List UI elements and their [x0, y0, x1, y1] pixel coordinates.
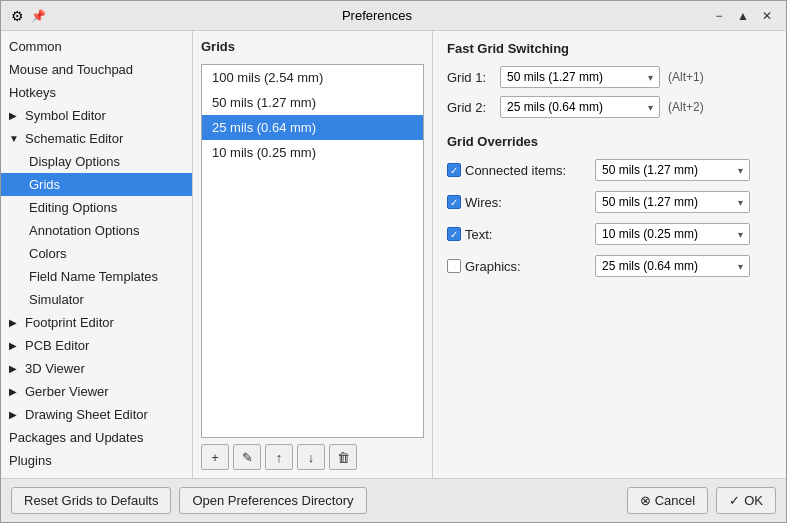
sidebar-label-symbol-editor: Symbol Editor [25, 108, 106, 123]
cancel-button[interactable]: ⊗ Cancel [627, 487, 708, 514]
titlebar: ⚙ 📌 Preferences − ▲ ✕ [1, 1, 786, 31]
sidebar-item-schematic-editor[interactable]: ▼ Schematic Editor [1, 127, 192, 150]
reset-grids-label: Reset Grids to Defaults [24, 493, 158, 508]
sidebar-label-footprint-editor: Footprint Editor [25, 315, 114, 330]
sidebar-label-mouse: Mouse and Touchpad [9, 62, 133, 77]
window-title: Preferences [46, 8, 708, 23]
sidebar-item-field-name-templates[interactable]: Field Name Templates [1, 265, 192, 288]
graphics-checkbox[interactable] [447, 259, 461, 273]
sidebar-label-schematic-editor: Schematic Editor [25, 131, 123, 146]
sidebar-item-editing-options[interactable]: Editing Options [1, 196, 192, 219]
graphics-dropdown-arrow: ▾ [738, 261, 743, 272]
connected-checkbox[interactable]: ✓ [447, 163, 461, 177]
grid2-select[interactable]: 25 mils (0.64 mm) ▾ [500, 96, 660, 118]
sidebar-item-plugins[interactable]: Plugins [1, 449, 192, 472]
bottom-bar: Reset Grids to Defaults Open Preferences… [1, 478, 786, 522]
sidebar-item-hotkeys[interactable]: Hotkeys [1, 81, 192, 104]
grid-overrides-title: Grid Overrides [447, 134, 772, 149]
sidebar-item-mouse-touchpad[interactable]: Mouse and Touchpad [1, 58, 192, 81]
move-down-button[interactable]: ↓ [297, 444, 325, 470]
app-icon: ⚙ [9, 8, 25, 24]
wires-select[interactable]: 50 mils (1.27 mm) ▾ [595, 191, 750, 213]
connected-checkbox-container: ✓ Connected items: [447, 163, 587, 178]
sidebar-item-footprint-editor[interactable]: ▶ Footprint Editor [1, 311, 192, 334]
ok-button[interactable]: ✓ OK [716, 487, 776, 514]
move-up-button[interactable]: ↑ [265, 444, 293, 470]
sidebar-label-display-options: Display Options [29, 154, 120, 169]
sidebar-item-grids[interactable]: Grids [1, 173, 192, 196]
text-select[interactable]: 10 mils (0.25 mm) ▾ [595, 223, 750, 245]
text-checkbox-container: ✓ Text: [447, 227, 587, 242]
grid-list[interactable]: 100 mils (2.54 mm) 50 mils (1.27 mm) 25 … [201, 64, 424, 438]
right-panel: Fast Grid Switching Grid 1: 50 mils (1.2… [433, 31, 786, 478]
sidebar-item-annotation-options[interactable]: Annotation Options [1, 219, 192, 242]
sidebar-item-common[interactable]: Common [1, 35, 192, 58]
sidebar-label-plugins: Plugins [9, 453, 52, 468]
chevron-right-icon-3d: ▶ [9, 363, 21, 374]
grid-list-item-50mils[interactable]: 50 mils (1.27 mm) [202, 90, 423, 115]
close-button[interactable]: ✕ [756, 5, 778, 27]
text-dropdown-arrow: ▾ [738, 229, 743, 240]
grid-list-item-10mils[interactable]: 10 mils (0.25 mm) [202, 140, 423, 165]
wires-checkbox-container: ✓ Wires: [447, 195, 587, 210]
sidebar-item-drawing-sheet-editor[interactable]: ▶ Drawing Sheet Editor [1, 403, 192, 426]
graphics-select[interactable]: 25 mils (0.64 mm) ▾ [595, 255, 750, 277]
sidebar-label-simulator: Simulator [29, 292, 84, 307]
sidebar-label-field-name-templates: Field Name Templates [29, 269, 158, 284]
sidebar-item-display-options[interactable]: Display Options [1, 150, 192, 173]
add-grid-button[interactable]: + [201, 444, 229, 470]
grid-list-item-25mils[interactable]: 25 mils (0.64 mm) [202, 115, 423, 140]
minimize-button[interactable]: − [708, 5, 730, 27]
grid-list-item-100mils[interactable]: 100 mils (2.54 mm) [202, 65, 423, 90]
sidebar-label-hotkeys: Hotkeys [9, 85, 56, 100]
reset-grids-button[interactable]: Reset Grids to Defaults [11, 487, 171, 514]
graphics-checkbox-container: Graphics: [447, 259, 587, 274]
grid-toolbar: + ✎ ↑ ↓ 🗑 [201, 444, 424, 470]
maximize-button[interactable]: ▲ [732, 5, 754, 27]
graphics-label: Graphics: [465, 259, 521, 274]
sidebar-item-symbol-editor[interactable]: ▶ Symbol Editor [1, 104, 192, 127]
wires-value: 50 mils (1.27 mm) [602, 195, 698, 209]
sidebar-item-colors[interactable]: Colors [1, 242, 192, 265]
chevron-right-icon-footprint: ▶ [9, 317, 21, 328]
wires-dropdown-arrow: ▾ [738, 197, 743, 208]
fast-grid-title: Fast Grid Switching [447, 41, 772, 56]
ok-label: OK [744, 493, 763, 508]
sidebar-label-pcb-editor: PCB Editor [25, 338, 89, 353]
connected-select[interactable]: 50 mils (1.27 mm) ▾ [595, 159, 750, 181]
text-label: Text: [465, 227, 492, 242]
cancel-icon: ⊗ [640, 493, 651, 508]
delete-grid-button[interactable]: 🗑 [329, 444, 357, 470]
preferences-window: ⚙ 📌 Preferences − ▲ ✕ Common Mouse and T… [0, 0, 787, 523]
open-prefs-dir-label: Open Preferences Directory [192, 493, 353, 508]
text-value: 10 mils (0.25 mm) [602, 227, 698, 241]
grid1-dropdown-arrow: ▾ [648, 72, 653, 83]
grid1-value: 50 mils (1.27 mm) [507, 70, 603, 84]
override-row-text: ✓ Text: 10 mils (0.25 mm) ▾ [447, 223, 772, 245]
sidebar-item-3d-viewer[interactable]: ▶ 3D Viewer [1, 357, 192, 380]
sidebar-item-pcb-editor[interactable]: ▶ PCB Editor [1, 334, 192, 357]
override-row-connected: ✓ Connected items: 50 mils (1.27 mm) ▾ [447, 159, 772, 181]
grid-overrides-section: Grid Overrides ✓ Connected items: 50 mil… [447, 134, 772, 277]
main-area: Grids 100 mils (2.54 mm) 50 mils (1.27 m… [193, 31, 786, 478]
sidebar: Common Mouse and Touchpad Hotkeys ▶ Symb… [1, 31, 193, 478]
sidebar-item-simulator[interactable]: Simulator [1, 288, 192, 311]
grid2-label: Grid 2: [447, 100, 492, 115]
grid1-label: Grid 1: [447, 70, 492, 85]
sidebar-item-gerber-viewer[interactable]: ▶ Gerber Viewer [1, 380, 192, 403]
fast-grid-section: Fast Grid Switching Grid 1: 50 mils (1.2… [447, 41, 772, 118]
sidebar-label-editing-options: Editing Options [29, 200, 117, 215]
window-controls: − ▲ ✕ [708, 5, 778, 27]
sidebar-item-packages-updates[interactable]: Packages and Updates [1, 426, 192, 449]
bottom-left: Reset Grids to Defaults Open Preferences… [11, 487, 367, 514]
edit-grid-button[interactable]: ✎ [233, 444, 261, 470]
chevron-right-icon: ▶ [9, 110, 21, 121]
wires-checkbox[interactable]: ✓ [447, 195, 461, 209]
grids-panel: Grids 100 mils (2.54 mm) 50 mils (1.27 m… [193, 31, 433, 478]
text-checkbox[interactable]: ✓ [447, 227, 461, 241]
sidebar-label-packages-updates: Packages and Updates [9, 430, 143, 445]
sidebar-label-colors: Colors [29, 246, 67, 261]
grid1-select[interactable]: 50 mils (1.27 mm) ▾ [500, 66, 660, 88]
grid1-shortcut: (Alt+1) [668, 70, 704, 84]
open-prefs-dir-button[interactable]: Open Preferences Directory [179, 487, 366, 514]
